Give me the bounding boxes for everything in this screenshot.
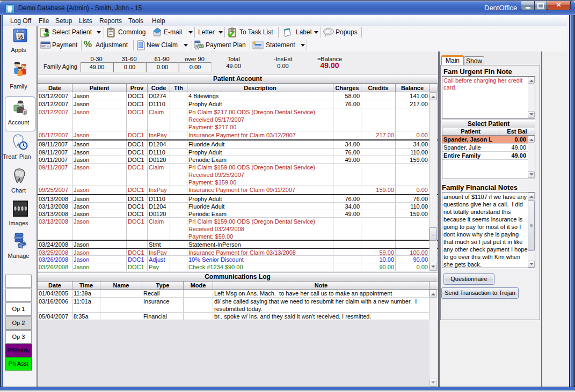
svg-text:18: 18 [18,34,24,40]
svg-text:$: $ [24,110,26,114]
